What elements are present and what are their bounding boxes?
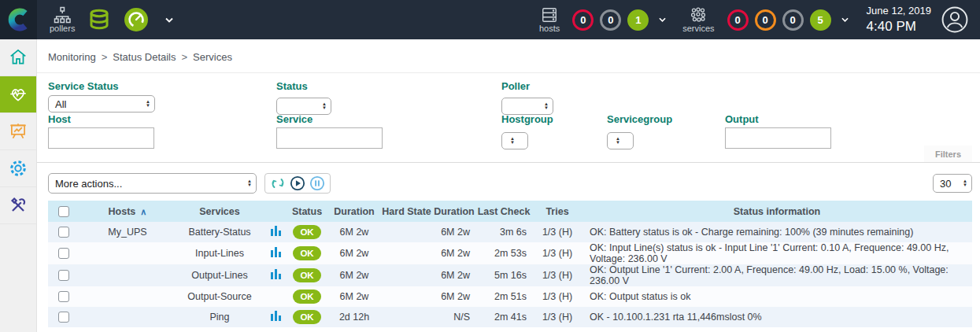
service-status-select[interactable]: All ▲▼ [48, 95, 155, 113]
sidebar [0, 39, 37, 332]
service-cell[interactable]: Battery-Status [176, 222, 264, 242]
services-warning-counter[interactable]: 0 [755, 9, 776, 31]
status-label: Status [276, 80, 308, 92]
graph-cell[interactable] [264, 264, 287, 286]
breadcrumb-separator: > [102, 51, 108, 63]
row-checkbox-cell [48, 242, 80, 264]
tries-cell: 1/3 (H) [533, 307, 582, 327]
play-monitoring-button[interactable] [290, 175, 305, 191]
sidebar-item-home[interactable] [0, 39, 36, 76]
poller-menu-chevron-icon[interactable] [165, 17, 174, 24]
services-unknown-counter[interactable]: 0 [782, 9, 804, 31]
tries-cell: 1/3 (H) [533, 286, 582, 307]
hosts-icon [540, 6, 559, 24]
service-cell[interactable]: Output-Source [176, 286, 264, 307]
date-text: June 12, 2019 [867, 5, 931, 17]
sidebar-item-configuration[interactable] [0, 150, 36, 187]
service-label: Service [276, 113, 312, 125]
column-header-status[interactable]: Status [287, 201, 327, 222]
refresh-button[interactable] [270, 175, 286, 191]
services-status-button[interactable]: services [682, 6, 714, 33]
hosts-status-button[interactable]: hosts [539, 6, 560, 33]
hosts-down-counter[interactable]: 0 [572, 9, 594, 31]
status-cell: OK [287, 307, 327, 327]
column-header-hard-state-duration[interactable]: Hard State Duration [382, 201, 475, 222]
pause-monitoring-button[interactable] [309, 175, 325, 191]
refresh-controls [264, 173, 331, 194]
user-profile-icon[interactable] [941, 6, 969, 34]
row-checkbox[interactable] [58, 291, 69, 302]
pollers-icon [53, 6, 72, 24]
column-header-hosts[interactable]: Hosts∧ [80, 201, 176, 222]
home-icon [8, 47, 28, 68]
hard-state-duration-cell: N/S [382, 307, 475, 327]
service-cell[interactable]: Input-Lines [176, 242, 264, 264]
page-size-value: 30 [940, 178, 951, 190]
time-text: 4:40 PM [867, 18, 931, 35]
graph-cell [264, 286, 287, 307]
column-header-services[interactable]: Services [176, 201, 264, 222]
graph-icon [271, 226, 281, 236]
graph-cell[interactable] [264, 307, 287, 327]
hostgroup-select[interactable]: ▲▼ [501, 132, 528, 149]
service-input[interactable] [276, 127, 383, 149]
service-cell[interactable]: Output-Lines [176, 264, 264, 286]
filters-toggle[interactable]: Filters [924, 146, 972, 162]
select-arrows-icon: ▲▼ [146, 100, 150, 108]
status-badge: OK [293, 310, 321, 324]
hosts-unreachable-counter[interactable]: 0 [600, 9, 621, 31]
duration-cell: 6M 2w [327, 242, 382, 264]
status-select[interactable]: ▲▼ [276, 98, 331, 115]
table-row: Output-LinesOK6M 2w6M 2w5m 16s1/3 (H)OK:… [48, 264, 972, 286]
centreon-logo-icon [7, 8, 31, 31]
centreon-logo[interactable] [0, 0, 37, 39]
services-ok-counter[interactable]: 5 [810, 9, 831, 31]
column-header-status-information[interactable]: Status information [582, 201, 972, 222]
latency-gauge-icon[interactable] [124, 7, 149, 32]
select-arrows-icon: ▲▼ [616, 137, 620, 145]
service-status-label: Service Status [48, 80, 119, 92]
output-input[interactable] [725, 127, 831, 149]
servicegroup-select[interactable]: ▲▼ [607, 132, 634, 149]
database-status-icon[interactable] [87, 8, 111, 31]
services-menu-chevron-icon[interactable] [841, 17, 849, 23]
status-information-cell: OK - 10.100.1.231 rta 11,446mslost 0% [582, 307, 972, 327]
sidebar-item-administration[interactable] [0, 187, 36, 224]
row-checkbox[interactable] [58, 227, 69, 238]
status-information-cell: OK: Output status is ok [582, 286, 972, 307]
column-header-tries[interactable]: Tries [533, 201, 582, 222]
host-input[interactable] [48, 127, 154, 149]
services-critical-counter[interactable]: 0 [727, 9, 749, 31]
row-checkbox[interactable] [58, 248, 69, 259]
breadcrumb-item-monitoring[interactable]: Monitoring [48, 51, 96, 63]
graph-cell[interactable] [264, 222, 287, 242]
tries-cell: 1/3 (H) [533, 264, 582, 286]
breadcrumb-item-services[interactable]: Services [193, 51, 232, 63]
row-checkbox[interactable] [58, 270, 69, 281]
pollers-button[interactable]: pollers [50, 6, 75, 33]
poller-select[interactable]: ▲▼ [501, 98, 553, 115]
row-checkbox[interactable] [58, 312, 69, 323]
graph-cell[interactable] [264, 242, 287, 264]
status-badge: OK [293, 246, 321, 260]
select-all-checkbox[interactable] [58, 206, 69, 217]
hosts-up-counter[interactable]: 1 [627, 9, 649, 31]
graph-icon [271, 269, 281, 279]
sidebar-item-reporting[interactable] [0, 113, 36, 150]
services-table-body: My_UPSBattery-StatusOK6M 2w6M 2w3m 6s1/3… [48, 222, 972, 327]
sidebar-item-monitoring[interactable] [0, 76, 36, 113]
poller-label: Poller [501, 80, 530, 92]
hosts-menu-chevron-icon[interactable] [658, 17, 667, 23]
report-easel-icon [8, 121, 28, 142]
table-row: PingOK2d 12hN/S2m 41s1/3 (H)OK - 10.100.… [48, 307, 972, 327]
column-header-duration[interactable]: Duration [327, 201, 382, 222]
breadcrumb-item-status-details[interactable]: Status Details [113, 51, 176, 63]
service-cell[interactable]: Ping [176, 307, 264, 327]
host-cell[interactable]: My_UPS [80, 222, 176, 242]
column-header-last-check[interactable]: Last Check [475, 201, 533, 222]
clock: June 12, 2019 4:40 PM [867, 5, 931, 35]
more-actions-select[interactable]: More actions... ▲▼ [48, 173, 257, 194]
table-row: Output-SourceOK6M 2w6M 2w2m 51s1/3 (H)OK… [48, 286, 972, 307]
page-size-select[interactable]: 30 ▲▼ [933, 174, 972, 193]
host-cell [80, 307, 176, 327]
